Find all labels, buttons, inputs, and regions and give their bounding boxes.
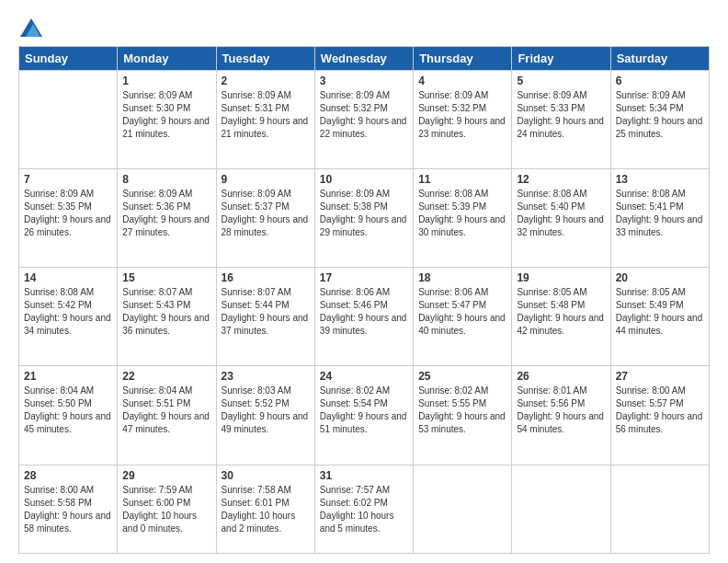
day-number: 28	[24, 469, 112, 482]
day-number: 21	[24, 370, 112, 383]
day-number: 7	[24, 173, 112, 186]
day-number: 30	[222, 469, 310, 482]
calendar-cell: 29 Sunrise: 7:59 AM Sunset: 6:00 PM Dayl…	[118, 465, 216, 553]
sunset-text: Sunset: 6:02 PM	[320, 498, 388, 508]
day-number: 23	[222, 370, 310, 383]
sunset-text: Sunset: 5:42 PM	[24, 300, 92, 310]
calendar-row: 21 Sunrise: 8:04 AM Sunset: 5:50 PM Dayl…	[19, 366, 710, 465]
sunset-text: Sunset: 5:34 PM	[616, 103, 684, 113]
sunset-text: Sunset: 5:32 PM	[418, 103, 486, 113]
daylight-text: Daylight: 9 hours and 47 minutes.	[122, 411, 210, 434]
daylight-text: Daylight: 9 hours and 26 minutes.	[24, 214, 111, 237]
daylight-text: Daylight: 9 hours and 39 minutes.	[320, 313, 407, 336]
cell-info: Sunrise: 8:09 AM Sunset: 5:32 PM Dayligh…	[320, 89, 408, 141]
cell-info: Sunrise: 8:09 AM Sunset: 5:38 PM Dayligh…	[320, 188, 408, 239]
cell-info: Sunrise: 8:09 AM Sunset: 5:35 PM Dayligh…	[24, 188, 112, 239]
sunrise-text: Sunrise: 8:00 AM	[24, 485, 94, 495]
sunset-text: Sunset: 5:55 PM	[418, 398, 486, 408]
calendar-cell	[19, 71, 118, 169]
sunrise-text: Sunrise: 8:09 AM	[24, 189, 94, 199]
daylight-text: Daylight: 9 hours and 22 minutes.	[320, 116, 407, 139]
sunrise-text: Sunrise: 8:06 AM	[418, 287, 488, 297]
cell-info: Sunrise: 8:09 AM Sunset: 5:30 PM Dayligh…	[122, 89, 210, 141]
cell-info: Sunrise: 8:09 AM Sunset: 5:36 PM Dayligh…	[122, 188, 210, 239]
sunrise-text: Sunrise: 8:03 AM	[222, 385, 291, 396]
daylight-text: Daylight: 9 hours and 56 minutes.	[616, 411, 703, 434]
day-number: 29	[122, 469, 210, 482]
calendar-cell: 1 Sunrise: 8:09 AM Sunset: 5:30 PM Dayli…	[118, 71, 216, 169]
calendar-cell: 28 Sunrise: 8:00 AM Sunset: 5:58 PM Dayl…	[19, 465, 118, 553]
day-number: 22	[122, 370, 210, 383]
calendar-cell: 15 Sunrise: 8:07 AM Sunset: 5:43 PM Dayl…	[118, 268, 216, 366]
weekday-header-row: Sunday Monday Tuesday Wednesday Thursday…	[19, 47, 710, 71]
sunset-text: Sunset: 5:56 PM	[517, 398, 585, 408]
day-number: 1	[122, 75, 210, 87]
day-number: 25	[418, 370, 506, 383]
day-number: 10	[320, 173, 408, 186]
sunrise-text: Sunrise: 8:09 AM	[222, 189, 291, 199]
sunset-text: Sunset: 5:31 PM	[222, 103, 290, 113]
day-number: 16	[222, 271, 310, 284]
day-number: 5	[517, 75, 605, 87]
calendar-cell: 19 Sunrise: 8:05 AM Sunset: 5:48 PM Dayl…	[512, 268, 610, 366]
daylight-text: Daylight: 9 hours and 45 minutes.	[24, 411, 111, 434]
sunrise-text: Sunrise: 8:08 AM	[24, 287, 94, 297]
daylight-text: Daylight: 9 hours and 30 minutes.	[418, 214, 506, 237]
calendar-cell: 3 Sunrise: 8:09 AM Sunset: 5:32 PM Dayli…	[314, 71, 413, 169]
day-number: 24	[320, 370, 408, 383]
cell-info: Sunrise: 8:07 AM Sunset: 5:43 PM Dayligh…	[122, 286, 210, 338]
sunset-text: Sunset: 5:57 PM	[616, 398, 684, 408]
sunrise-text: Sunrise: 8:02 AM	[320, 385, 390, 396]
sunset-text: Sunset: 5:35 PM	[24, 201, 92, 212]
cell-info: Sunrise: 8:05 AM Sunset: 5:49 PM Dayligh…	[616, 286, 704, 338]
cell-info: Sunrise: 8:07 AM Sunset: 5:44 PM Dayligh…	[222, 286, 310, 338]
sunset-text: Sunset: 5:47 PM	[418, 300, 486, 310]
logo	[18, 18, 42, 37]
daylight-text: Daylight: 10 hours and 5 minutes.	[320, 511, 394, 534]
sunset-text: Sunset: 5:37 PM	[222, 201, 290, 212]
day-number: 12	[517, 173, 605, 186]
cell-info: Sunrise: 8:09 AM Sunset: 5:37 PM Dayligh…	[222, 188, 310, 239]
calendar-cell: 10 Sunrise: 8:09 AM Sunset: 5:38 PM Dayl…	[314, 169, 413, 268]
sunset-text: Sunset: 5:58 PM	[24, 498, 92, 508]
daylight-text: Daylight: 9 hours and 27 minutes.	[122, 214, 210, 237]
day-number: 8	[122, 173, 210, 186]
calendar-cell: 11 Sunrise: 8:08 AM Sunset: 5:39 PM Dayl…	[414, 169, 512, 268]
header-saturday: Saturday	[610, 47, 709, 71]
sunrise-text: Sunrise: 8:05 AM	[616, 287, 686, 297]
daylight-text: Daylight: 9 hours and 25 minutes.	[616, 116, 703, 139]
day-number: 26	[517, 370, 605, 383]
cell-info: Sunrise: 8:08 AM Sunset: 5:41 PM Dayligh…	[616, 188, 704, 239]
day-number: 13	[616, 173, 704, 186]
header-thursday: Thursday	[414, 47, 512, 71]
sunrise-text: Sunrise: 8:08 AM	[616, 189, 686, 199]
sunset-text: Sunset: 5:50 PM	[24, 398, 92, 408]
daylight-text: Daylight: 9 hours and 49 minutes.	[222, 411, 309, 434]
sunrise-text: Sunrise: 8:00 AM	[616, 385, 686, 396]
day-number: 17	[320, 271, 408, 284]
cell-info: Sunrise: 8:09 AM Sunset: 5:33 PM Dayligh…	[517, 89, 605, 141]
calendar-cell: 4 Sunrise: 8:09 AM Sunset: 5:32 PM Dayli…	[414, 71, 512, 169]
cell-info: Sunrise: 8:08 AM Sunset: 5:39 PM Dayligh…	[418, 188, 506, 239]
daylight-text: Daylight: 9 hours and 34 minutes.	[24, 313, 111, 336]
header-sunday: Sunday	[19, 47, 118, 71]
daylight-text: Daylight: 9 hours and 33 minutes.	[616, 214, 703, 237]
sunrise-text: Sunrise: 8:09 AM	[320, 189, 390, 199]
calendar-cell: 16 Sunrise: 8:07 AM Sunset: 5:44 PM Dayl…	[216, 268, 314, 366]
sunrise-text: Sunrise: 8:05 AM	[517, 287, 586, 297]
calendar-cell: 8 Sunrise: 8:09 AM Sunset: 5:36 PM Dayli…	[118, 169, 216, 268]
sunrise-text: Sunrise: 8:02 AM	[418, 385, 488, 396]
calendar-cell: 30 Sunrise: 7:58 AM Sunset: 6:01 PM Dayl…	[216, 465, 314, 553]
daylight-text: Daylight: 9 hours and 53 minutes.	[418, 411, 506, 434]
calendar-cell: 6 Sunrise: 8:09 AM Sunset: 5:34 PM Dayli…	[610, 71, 709, 169]
daylight-text: Daylight: 10 hours and 0 minutes.	[122, 511, 197, 534]
sunrise-text: Sunrise: 8:09 AM	[122, 90, 192, 100]
sunset-text: Sunset: 5:40 PM	[517, 201, 585, 212]
calendar-cell: 9 Sunrise: 8:09 AM Sunset: 5:37 PM Dayli…	[216, 169, 314, 268]
daylight-text: Daylight: 10 hours and 2 minutes.	[222, 511, 296, 534]
day-number: 3	[320, 75, 408, 87]
calendar-cell: 31 Sunrise: 7:57 AM Sunset: 6:02 PM Dayl…	[314, 465, 413, 553]
sunrise-text: Sunrise: 8:04 AM	[24, 385, 94, 396]
sunrise-text: Sunrise: 8:01 AM	[517, 385, 586, 396]
day-number: 2	[222, 75, 310, 87]
